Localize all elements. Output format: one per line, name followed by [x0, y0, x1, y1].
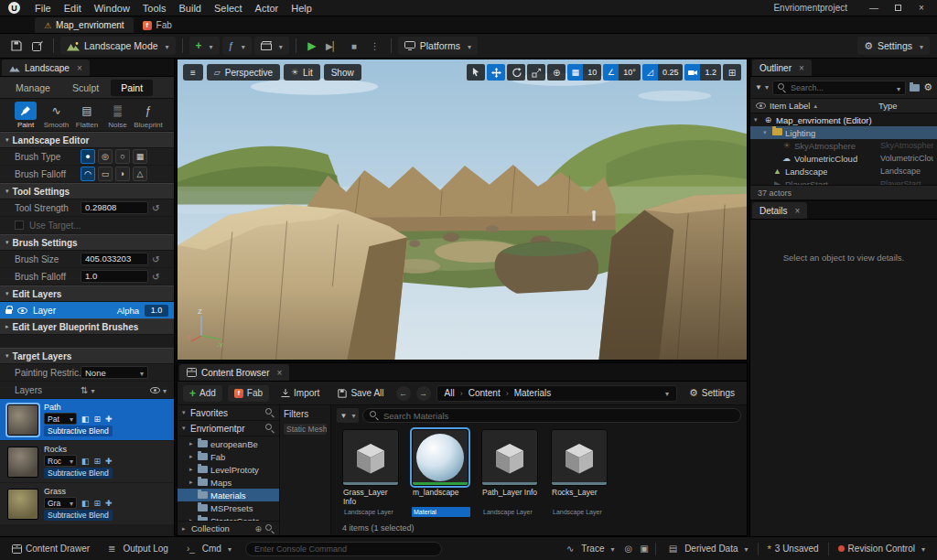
- chevron-down-icon[interactable]: ▾: [763, 129, 770, 136]
- type-column[interactable]: Type: [878, 101, 932, 111]
- tool-noise[interactable]: ▒Noise: [103, 101, 133, 129]
- mode-tab-manage[interactable]: Manage: [5, 80, 60, 96]
- blueprints-dropdown[interactable]: ƒ: [222, 37, 252, 55]
- layer-info-dropdown[interactable]: Pat: [44, 413, 77, 425]
- search-icon[interactable]: [265, 524, 275, 533]
- sort-layers-dropdown[interactable]: ⇅: [81, 385, 94, 395]
- quick-add-dropdown[interactable]: +: [189, 37, 220, 55]
- camera-speed-control[interactable]: 1.2: [684, 64, 721, 81]
- item-label-column[interactable]: Item Label: [770, 101, 810, 111]
- brush-pattern-icon[interactable]: ○: [115, 149, 130, 164]
- save-all-button[interactable]: Save All: [331, 385, 390, 402]
- visibility-eye-icon[interactable]: [17, 307, 27, 314]
- content-browser-tab[interactable]: Content Browser ×: [179, 364, 289, 381]
- breadcrumb-materials[interactable]: Materials: [514, 388, 552, 398]
- menu-select[interactable]: Select: [208, 0, 249, 16]
- outliner-row-playerstart[interactable]: ▶ PlayerStart PlayerStart: [750, 178, 937, 185]
- add-collection-icon[interactable]: ⊕: [254, 524, 262, 533]
- outliner-filter-dropdown[interactable]: ▼: [755, 83, 769, 92]
- section-target-layers[interactable]: ▾Target Layers: [0, 348, 174, 364]
- save-icon[interactable]: [7, 37, 26, 55]
- section-brush-settings[interactable]: ▾Brush Settings: [0, 234, 174, 251]
- asset-thumbnail[interactable]: [551, 429, 608, 486]
- grid-snap-control[interactable]: ▦10: [567, 64, 601, 81]
- layer-clear-icon[interactable]: ✚: [105, 499, 113, 508]
- layer-info-dropdown[interactable]: Gra: [44, 497, 77, 509]
- filter-dropdown[interactable]: ▼: [337, 408, 359, 423]
- derived-data-dropdown[interactable]: ▤Derived Data: [659, 544, 755, 554]
- close-button[interactable]: ×: [910, 0, 933, 16]
- brush-falloff-input[interactable]: 1.0: [81, 270, 148, 283]
- section-landscape-editor[interactable]: ▾Landscape Editor: [0, 132, 174, 148]
- use-target-checkbox[interactable]: [15, 221, 24, 230]
- asset-thumbnail[interactable]: [481, 429, 538, 486]
- section-tool-settings[interactable]: ▾Tool Settings: [0, 183, 174, 199]
- minimize-button[interactable]: —: [862, 0, 886, 16]
- play-button[interactable]: ▶: [303, 37, 321, 55]
- falloff-smooth-icon[interactable]: ◠: [81, 167, 95, 181]
- outliner-search[interactable]: [772, 81, 906, 95]
- back-button[interactable]: ←: [396, 386, 411, 401]
- outliner-row-lighting[interactable]: ▾ Lighting: [750, 126, 937, 139]
- tool-flatten[interactable]: ▤Flatten: [72, 101, 102, 129]
- tab-fab[interactable]: f Fab: [134, 17, 181, 33]
- outliner-row-world[interactable]: ▾ ⊕ Map_envrioment (Editor): [750, 113, 937, 126]
- platforms-dropdown[interactable]: Platforms: [398, 37, 478, 55]
- asset-thumbnail[interactable]: [342, 429, 399, 486]
- mode-tab-sculpt[interactable]: Sculpt: [62, 80, 109, 96]
- select-tool-icon[interactable]: [467, 64, 485, 81]
- chevron-down-icon[interactable]: [662, 388, 669, 398]
- stop-button[interactable]: ■: [345, 37, 363, 55]
- tool-blueprint[interactable]: ƒBlueprint: [134, 101, 163, 129]
- brush-size-input[interactable]: 405.033203: [81, 253, 148, 265]
- console-command-input[interactable]: [245, 542, 442, 556]
- landscape-panel-tab[interactable]: Landscape ×: [2, 59, 90, 76]
- asset-rocks-layer[interactable]: Rocks_Layer Landscape Layer: [551, 429, 609, 517]
- reset-icon[interactable]: ↺: [152, 254, 159, 264]
- layer-info-dropdown[interactable]: Roc: [44, 455, 77, 467]
- settings-dropdown[interactable]: ⚙Settings: [857, 37, 930, 55]
- maximize-button[interactable]: [886, 0, 910, 16]
- rotation-snap-control[interactable]: ∠10°: [603, 64, 641, 81]
- close-icon[interactable]: ×: [799, 63, 804, 73]
- breadcrumb-content[interactable]: Content: [468, 388, 501, 398]
- brush-alpha-icon[interactable]: ◎: [98, 149, 113, 164]
- painting-restriction-select[interactable]: None: [81, 366, 148, 379]
- tree-folder-mspresets[interactable]: MSPresets: [178, 501, 279, 514]
- tree-folder-materials[interactable]: Materials: [178, 489, 279, 501]
- cmd-dropdown[interactable]: ›_Cmd: [177, 537, 238, 560]
- section-edit-layers[interactable]: ▾Edit Layers: [0, 285, 174, 302]
- tool-paint[interactable]: Paint: [11, 101, 40, 129]
- falloff-tip-icon[interactable]: △: [133, 167, 147, 181]
- layer-fill-icon[interactable]: ⊞: [94, 415, 102, 424]
- layer-thumbnail[interactable]: [7, 447, 38, 478]
- layer-fill-icon[interactable]: ⊞: [94, 499, 102, 508]
- skip-button[interactable]: ▶▏: [324, 37, 342, 55]
- breadcrumb[interactable]: All› Content› Materials: [436, 385, 677, 402]
- visibility-column-icon[interactable]: [756, 102, 766, 109]
- maximize-viewport-icon[interactable]: ⊞: [723, 64, 741, 81]
- search-icon[interactable]: [265, 424, 275, 433]
- content-drawer-button[interactable]: Content Drawer: [5, 537, 96, 560]
- editor-modes-icon[interactable]: [28, 37, 47, 55]
- import-button[interactable]: Import: [275, 385, 326, 402]
- close-icon[interactable]: ×: [77, 63, 82, 73]
- tree-folder-fab[interactable]: ▸Fab: [178, 450, 279, 463]
- new-folder-icon[interactable]: [910, 84, 920, 92]
- tool-strength-input[interactable]: 0.29808: [81, 201, 148, 214]
- close-icon[interactable]: ×: [795, 206, 801, 216]
- tree-folder-startercontent[interactable]: ▸StarterConte: [178, 514, 279, 521]
- cinematics-dropdown[interactable]: [254, 37, 289, 55]
- scale-snap-control[interactable]: ◿0.25: [642, 64, 684, 81]
- outliner-search-input[interactable]: [791, 83, 890, 92]
- alpha-value-input[interactable]: 1.0: [145, 305, 168, 317]
- world-space-icon[interactable]: ⊕: [547, 64, 565, 81]
- falloff-sphere-icon[interactable]: ◗: [115, 167, 130, 181]
- view-mode-dropdown[interactable]: ☀Lit: [284, 64, 320, 81]
- menu-edit[interactable]: Edit: [58, 0, 88, 16]
- perspective-dropdown[interactable]: ▱Perspective: [207, 64, 280, 81]
- outliner-row-volumetriccloud[interactable]: ☁ VolumetricCloud VolumetricCloud: [750, 152, 937, 165]
- scale-tool-icon[interactable]: [527, 64, 545, 81]
- layer-paint-icon[interactable]: ◧: [81, 499, 90, 508]
- forward-button[interactable]: →: [416, 386, 431, 401]
